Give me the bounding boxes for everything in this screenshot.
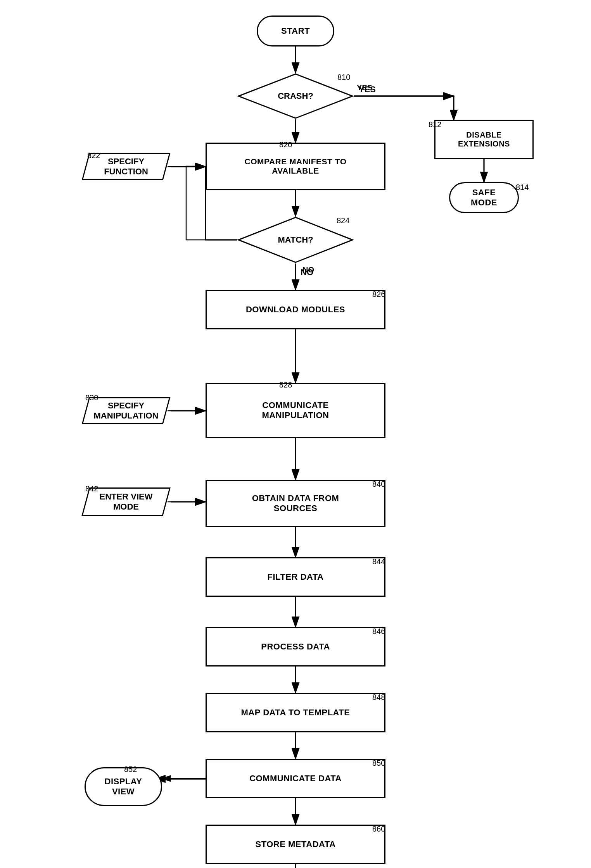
- ref-830: 830: [85, 393, 98, 402]
- ref-824: 824: [337, 216, 349, 225]
- start-node: START: [257, 16, 334, 46]
- ref-812: 812: [429, 120, 441, 129]
- ref-844: 844: [372, 557, 385, 566]
- ref-810: 810: [337, 73, 350, 82]
- obtain-data-node: OBTAIN DATA FROMSOURCES: [206, 480, 385, 527]
- ref-842: 842: [85, 484, 98, 493]
- safe-mode-node: SAFEMODE: [449, 182, 519, 213]
- ref-840: 840: [372, 480, 385, 489]
- ref-828: 828: [279, 381, 292, 389]
- process-data-node: PROCESS DATA: [206, 627, 385, 666]
- ref-848: 848: [372, 693, 385, 702]
- disable-extensions-node: DISABLEEXTENSIONS: [434, 120, 534, 159]
- download-modules-node: DOWNLOAD MODULES: [206, 290, 385, 329]
- ref-814: 814: [516, 183, 529, 192]
- ref-860: 860: [372, 825, 385, 834]
- ref-850: 850: [372, 759, 385, 768]
- compare-manifest-node: COMPARE MANIFEST TOAVAILABLE: [206, 143, 385, 190]
- crash-decision: CRASH?: [237, 73, 354, 119]
- flowchart-diagram: START CRASH? 810 YES DISABLEEXTENSIONS 8…: [0, 0, 591, 868]
- ref-822: 822: [87, 151, 100, 160]
- no-label-match: NO: [302, 265, 314, 274]
- communicate-data-node: COMMUNICATE DATA: [206, 759, 385, 798]
- ref-820: 820: [279, 140, 292, 149]
- ref-852: 852: [124, 765, 137, 774]
- store-metadata-node: STORE METADATA: [206, 825, 385, 864]
- display-view-node: DISPLAYVIEW: [85, 767, 162, 806]
- ref-826: 826: [372, 290, 385, 299]
- match-decision: MATCH?: [237, 216, 354, 264]
- filter-data-node: FILTER DATA: [206, 557, 385, 597]
- yes-label-crash: YES: [357, 83, 372, 92]
- ref-846: 846: [372, 627, 385, 636]
- communicate-manipulation-node: COMMUNICATEMANIPULATION: [206, 383, 385, 438]
- map-data-node: MAP DATA TO TEMPLATE: [206, 693, 385, 732]
